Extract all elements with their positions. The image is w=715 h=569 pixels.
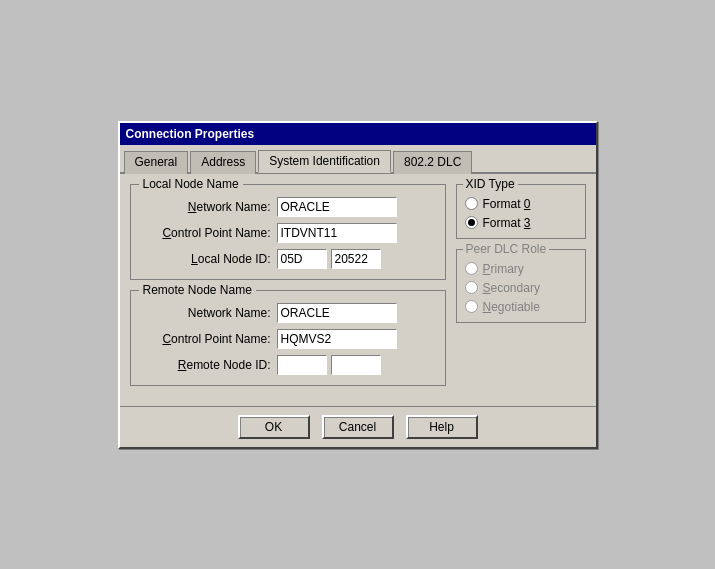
local-node-group: Local Node Name Network Name: Control Po… [130, 184, 446, 280]
primary-row: Primary [465, 262, 577, 276]
title-bar: Connection Properties [120, 123, 596, 145]
format0-row: Format 0 [465, 197, 577, 211]
xid-type-title: XID Type [463, 177, 518, 191]
negotiable-label: Negotiable [483, 300, 540, 314]
secondary-row: Secondary [465, 281, 577, 295]
local-network-name-label: Network Name: [141, 200, 271, 214]
remote-control-point-input[interactable] [277, 329, 397, 349]
remote-node-id-row: Remote Node ID: [141, 355, 435, 375]
format3-row: Format 3 [465, 216, 577, 230]
format0-label: Format 0 [483, 197, 531, 211]
cancel-button[interactable]: Cancel [322, 415, 394, 439]
remote-node-id-label: Remote Node ID: [141, 358, 271, 372]
remote-node-group: Remote Node Name Network Name: Control P… [130, 290, 446, 386]
local-control-point-row: Control Point Name: [141, 223, 435, 243]
peer-dlc-group: Peer DLC Role Primary Secondary Negotiab… [456, 249, 586, 323]
remote-node-id-input2[interactable] [331, 355, 381, 375]
tab-general[interactable]: General [124, 151, 189, 174]
local-control-point-label: Control Point Name: [141, 226, 271, 240]
left-column: Local Node Name Network Name: Control Po… [130, 184, 446, 396]
main-window: Connection Properties General Address Sy… [118, 121, 598, 449]
local-node-id-row: Local Node ID: [141, 249, 435, 269]
format3-radio[interactable] [465, 216, 478, 229]
local-node-id-input2[interactable] [331, 249, 381, 269]
negotiable-radio[interactable] [465, 300, 478, 313]
tab-address[interactable]: Address [190, 151, 256, 174]
local-node-legend: Local Node Name [139, 177, 243, 191]
right-column: XID Type Format 0 Format 3 Peer DLC Role [456, 184, 586, 396]
remote-network-name-row: Network Name: [141, 303, 435, 323]
xid-type-group: XID Type Format 0 Format 3 [456, 184, 586, 239]
button-bar: OK Cancel Help [120, 406, 596, 447]
local-node-id-input1[interactable] [277, 249, 327, 269]
local-node-id-label: Local Node ID: [141, 252, 271, 266]
local-network-name-input[interactable] [277, 197, 397, 217]
secondary-radio[interactable] [465, 281, 478, 294]
remote-node-id-input1[interactable] [277, 355, 327, 375]
remote-node-legend: Remote Node Name [139, 283, 256, 297]
tab-802-dlc[interactable]: 802.2 DLC [393, 151, 472, 174]
remote-control-point-row: Control Point Name: [141, 329, 435, 349]
window-title: Connection Properties [126, 127, 255, 141]
format0-radio[interactable] [465, 197, 478, 210]
format3-label: Format 3 [483, 216, 531, 230]
help-button[interactable]: Help [406, 415, 478, 439]
remote-network-name-input[interactable] [277, 303, 397, 323]
primary-label: Primary [483, 262, 524, 276]
negotiable-row: Negotiable [465, 300, 577, 314]
tab-system-identification[interactable]: System Identification [258, 150, 391, 173]
remote-control-point-label: Control Point Name: [141, 332, 271, 346]
local-control-point-input[interactable] [277, 223, 397, 243]
primary-radio[interactable] [465, 262, 478, 275]
secondary-label: Secondary [483, 281, 540, 295]
peer-dlc-title: Peer DLC Role [463, 242, 550, 256]
local-network-name-row: Network Name: [141, 197, 435, 217]
ok-button[interactable]: OK [238, 415, 310, 439]
tab-bar: General Address System Identification 80… [120, 145, 596, 174]
tab-content: Local Node Name Network Name: Control Po… [120, 174, 596, 406]
remote-network-name-label: Network Name: [141, 306, 271, 320]
